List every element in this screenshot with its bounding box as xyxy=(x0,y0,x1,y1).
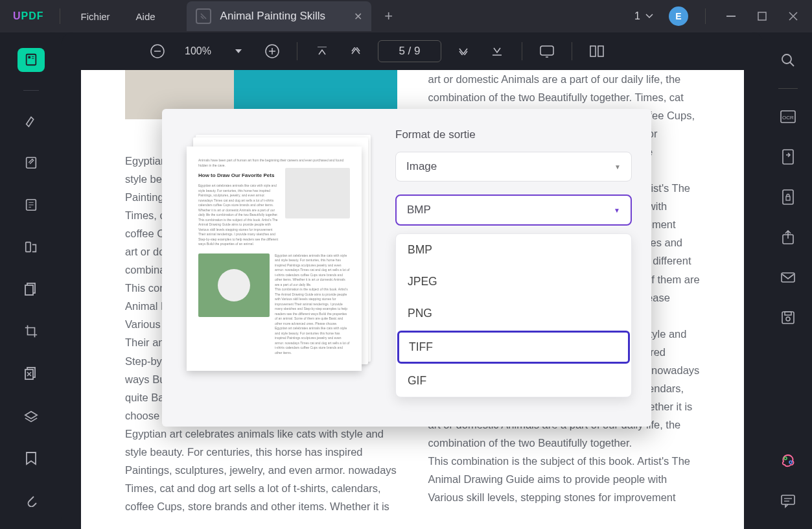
separator xyxy=(705,8,706,24)
close-tab-icon[interactable]: ✕ xyxy=(354,10,362,23)
convert-icon[interactable] xyxy=(776,145,800,169)
svg-point-37 xyxy=(786,317,790,321)
left-sidebar xyxy=(0,32,62,529)
svg-rect-26 xyxy=(598,46,603,56)
avatar[interactable]: E xyxy=(669,6,688,26)
svg-rect-0 xyxy=(726,16,736,17)
format-dropdown: BMP JPEG PNG TIFF GIF xyxy=(395,233,632,397)
format-option-bmp[interactable]: BMP xyxy=(396,234,631,266)
attachment-icon[interactable] xyxy=(17,486,45,513)
new-tab-button[interactable]: + xyxy=(371,8,406,25)
minimize-button[interactable] xyxy=(717,3,745,29)
svg-rect-41 xyxy=(782,495,795,504)
prev-page-button[interactable] xyxy=(344,40,367,63)
svg-rect-33 xyxy=(786,196,790,200)
redact-tool-icon[interactable] xyxy=(17,361,45,385)
svg-point-27 xyxy=(782,54,791,64)
chevron-down-icon: ▼ xyxy=(614,207,620,214)
close-button[interactable] xyxy=(780,3,807,29)
svg-rect-35 xyxy=(782,273,795,282)
output-format-label: Format de sortie xyxy=(395,128,632,141)
maximize-button[interactable] xyxy=(748,3,776,29)
comment-icon[interactable] xyxy=(776,489,800,513)
separator xyxy=(572,42,572,60)
ai-icon[interactable] xyxy=(776,449,800,473)
protect-icon[interactable] xyxy=(776,185,800,209)
svg-line-28 xyxy=(790,62,794,66)
page-input[interactable]: 5 / 9 xyxy=(378,40,441,62)
toolbar: 100% 5 / 9 xyxy=(62,32,763,70)
svg-rect-11 xyxy=(25,242,30,252)
svg-rect-3 xyxy=(28,56,30,59)
ocr-icon[interactable]: OCR xyxy=(776,104,800,129)
svg-rect-23 xyxy=(540,46,553,55)
separator xyxy=(23,90,39,91)
svg-text:OCR: OCR xyxy=(782,115,794,121)
svg-rect-25 xyxy=(590,46,596,56)
share-icon[interactable] xyxy=(776,225,800,250)
zoom-dropdown-icon[interactable] xyxy=(227,40,250,63)
pages-tool-icon[interactable] xyxy=(17,277,45,301)
format-select[interactable]: BMP ▼ xyxy=(395,194,632,226)
reader-tool-icon[interactable] xyxy=(17,48,45,72)
zoom-level: 100% xyxy=(180,45,216,57)
form-tool-icon[interactable] xyxy=(17,193,45,217)
last-page-button[interactable] xyxy=(485,40,509,63)
window-dropdown[interactable]: 1 xyxy=(628,10,660,22)
search-icon[interactable] xyxy=(776,48,800,73)
svg-point-40 xyxy=(789,461,792,464)
save-icon[interactable] xyxy=(776,305,800,330)
chevron-down-icon: ▼ xyxy=(614,163,621,170)
svg-point-39 xyxy=(784,457,787,460)
format-option-tiff[interactable]: TIFF xyxy=(397,331,630,364)
zoom-in-button[interactable] xyxy=(261,40,284,63)
bookmark-icon[interactable] xyxy=(17,445,45,472)
next-page-button[interactable] xyxy=(452,40,475,63)
organize-tool-icon[interactable] xyxy=(17,235,45,259)
export-preview: Animals have been part of human art from… xyxy=(181,128,382,407)
document-icon xyxy=(196,8,211,24)
document-tab[interactable]: Animal Painting Skills ✕ xyxy=(187,1,372,31)
email-icon[interactable] xyxy=(776,265,800,290)
svg-rect-36 xyxy=(782,312,794,323)
separator xyxy=(522,42,522,60)
view-mode-button[interactable] xyxy=(585,40,609,63)
right-sidebar: OCR xyxy=(763,32,812,529)
image-type-select[interactable]: Image ▼ xyxy=(395,152,632,182)
zoom-out-button[interactable] xyxy=(146,40,169,63)
separator xyxy=(60,8,60,24)
format-option-jpeg[interactable]: JPEG xyxy=(396,266,631,298)
separator xyxy=(778,88,798,89)
tab-title: Animal Painting Skills xyxy=(220,10,326,23)
svg-rect-32 xyxy=(783,190,793,204)
highlighter-tool-icon[interactable] xyxy=(17,109,45,133)
crop-tool-icon[interactable] xyxy=(17,319,45,343)
app-logo: UPDF xyxy=(5,10,52,22)
menu-help[interactable]: Aide xyxy=(123,11,168,22)
format-option-gif[interactable]: GIF xyxy=(396,365,631,397)
svg-rect-2 xyxy=(26,54,36,65)
titlebar: UPDF Fichier Aide Animal Painting Skills… xyxy=(0,0,812,32)
svg-rect-38 xyxy=(785,312,791,315)
presentation-button[interactable] xyxy=(535,40,559,63)
svg-rect-13 xyxy=(25,285,33,295)
format-option-png[interactable]: PNG xyxy=(396,298,631,329)
chevron-down-icon xyxy=(645,14,653,19)
layers-icon[interactable] xyxy=(17,403,45,430)
svg-rect-1 xyxy=(758,12,766,20)
menu-file[interactable]: Fichier xyxy=(68,11,123,22)
separator xyxy=(297,42,297,60)
first-page-button[interactable] xyxy=(310,40,334,63)
edit-tool-icon[interactable] xyxy=(17,151,45,175)
export-modal: Animals have been part of human art from… xyxy=(162,109,651,427)
